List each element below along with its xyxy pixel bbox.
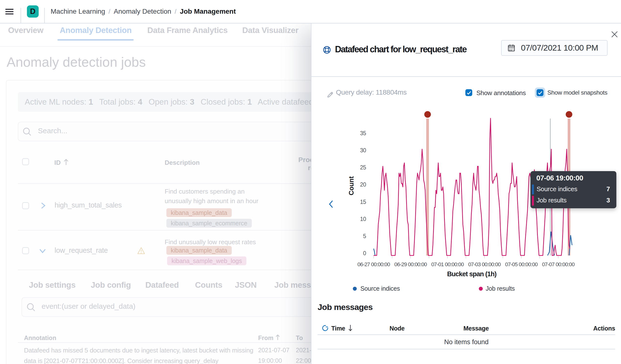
svg-text:25: 25 <box>360 164 366 171</box>
svg-text:30: 30 <box>360 147 366 153</box>
svg-text:06-27 00:00:00: 06-27 00:00:00 <box>358 261 390 267</box>
svg-text:10: 10 <box>360 216 366 222</box>
svg-text:35: 35 <box>360 130 366 136</box>
svg-text:07-01 00:00:00: 07-01 00:00:00 <box>431 261 464 267</box>
svg-text:07-07 00:00:00: 07-07 00:00:00 <box>542 261 574 267</box>
svg-text:Bucket span (1h): Bucket span (1h) <box>447 270 497 278</box>
svg-text:15: 15 <box>360 199 366 205</box>
svg-text:07-03 00:00:00: 07-03 00:00:00 <box>468 261 500 267</box>
svg-text:Count: Count <box>348 176 355 195</box>
svg-text:0: 0 <box>363 250 366 256</box>
svg-text:5: 5 <box>363 233 366 239</box>
svg-text:06-29 00:00:00: 06-29 00:00:00 <box>395 261 427 267</box>
svg-text:20: 20 <box>360 182 366 188</box>
svg-text:07-05 00:00:00: 07-05 00:00:00 <box>505 261 537 267</box>
